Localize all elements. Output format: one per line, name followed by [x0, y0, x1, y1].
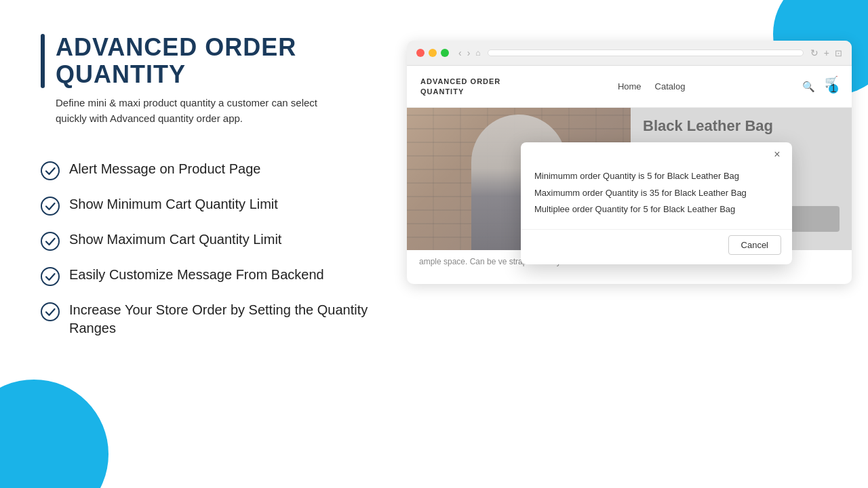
- nav-link-home[interactable]: Home: [618, 81, 642, 92]
- cart-badge: 1: [829, 84, 838, 94]
- dot-maximize[interactable]: [441, 49, 449, 57]
- reload-button[interactable]: ↻: [810, 47, 818, 58]
- modal-header: ×: [521, 142, 792, 164]
- browser-nav-controls: ‹ › ⌂: [458, 47, 481, 58]
- search-icon[interactable]: 🔍: [802, 81, 815, 93]
- back-button[interactable]: ‹: [458, 47, 462, 58]
- check-icon-1: [41, 161, 60, 180]
- feature-item-4: Easily Customize Message From Backend: [41, 266, 380, 286]
- modal-footer: Cancel: [521, 229, 792, 264]
- feature-item-1: Alert Message on Product Page: [41, 160, 380, 180]
- modal-overlay: × Minimumm order Quantity is 5 for Black…: [407, 108, 852, 250]
- dot-minimize[interactable]: [429, 49, 437, 57]
- product-area: Black Leather Bag Rs.30.00 Quantity 4 ×: [407, 108, 852, 250]
- svg-point-3: [41, 268, 59, 285]
- address-bar[interactable]: [488, 49, 804, 56]
- modal-message-line3: Multiplee order Quantity for 5 for Black…: [534, 201, 778, 218]
- check-icon-2: [41, 197, 60, 216]
- store-nav-links: Home Catalog: [618, 81, 686, 92]
- dot-close[interactable]: [416, 49, 425, 57]
- home-button[interactable]: ⌂: [475, 48, 480, 58]
- right-panel: ‹ › ⌂ ↻ + ⊡ ADVANCED ORDER QUANTITY: [407, 34, 852, 461]
- feature-text-4: Easily Customize Message From Backend: [69, 266, 324, 284]
- store-navigation: ADVANCED ORDER QUANTITY Home Catalog 🔍 🛒…: [407, 66, 852, 108]
- modal-body: Minimumm order Quantity is 5 for Black L…: [521, 164, 792, 229]
- check-icon-3: [41, 232, 60, 251]
- store-nav-icons: 🔍 🛒 1: [802, 75, 838, 98]
- feature-item-3: Show Maximum Cart Quantity Limit: [41, 230, 380, 251]
- modal-message-line2: Maximumm order Quantity is 35 for Black …: [534, 185, 778, 202]
- main-content: ADVANCED ORDER QUANTITY Define mini & ma…: [0, 0, 868, 488]
- page-subtitle: Define mini & maxi product quantity a cu…: [56, 96, 340, 126]
- store-logo-line2: QUANTITY: [420, 87, 500, 96]
- feature-item-5: Increase Your Store Order by Setting the…: [41, 301, 380, 338]
- features-list: Alert Message on Product Page Show Minim…: [41, 160, 380, 338]
- store-logo: ADVANCED ORDER QUANTITY: [420, 77, 500, 96]
- feature-text-1: Alert Message on Product Page: [69, 160, 260, 178]
- nav-link-catalog[interactable]: Catalog: [655, 81, 686, 92]
- svg-point-4: [41, 303, 59, 321]
- svg-point-2: [41, 232, 59, 250]
- title-block: ADVANCED ORDER QUANTITY Define mini & ma…: [41, 34, 380, 126]
- modal-box: × Minimumm order Quantity is 5 for Black…: [521, 142, 792, 264]
- title-border-accent: [41, 34, 45, 88]
- feature-text-5: Increase Your Store Order by Setting the…: [69, 301, 380, 338]
- svg-point-0: [41, 162, 59, 180]
- store-content: ADVANCED ORDER QUANTITY Home Catalog 🔍 🛒…: [407, 66, 852, 284]
- feature-text-3: Show Maximum Cart Quantity Limit: [69, 230, 281, 249]
- modal-messages: Minimumm order Quantity is 5 for Black L…: [534, 168, 778, 218]
- feature-item-2: Show Minimum Cart Quantity Limit: [41, 195, 380, 216]
- page-title: ADVANCED ORDER QUANTITY: [56, 34, 380, 87]
- check-icon-4: [41, 267, 60, 286]
- store-logo-line1: ADVANCED ORDER: [420, 77, 500, 86]
- browser-action-buttons: ↻ + ⊡: [810, 47, 842, 58]
- modal-message-line1: Minimumm order Quantity is 5 for Black L…: [534, 168, 778, 185]
- modal-close-button[interactable]: ×: [770, 148, 784, 161]
- new-tab-button[interactable]: +: [824, 47, 829, 58]
- cart-icon[interactable]: 🛒 1: [825, 75, 838, 98]
- check-icon-5: [41, 302, 60, 321]
- share-button[interactable]: ⊡: [835, 48, 842, 58]
- feature-text-2: Show Minimum Cart Quantity Limit: [69, 195, 278, 214]
- svg-point-1: [41, 197, 59, 215]
- forward-button[interactable]: ›: [467, 47, 471, 58]
- browser-window: ‹ › ⌂ ↻ + ⊡ ADVANCED ORDER QUANTITY: [407, 41, 852, 284]
- browser-traffic-lights: [416, 49, 449, 57]
- browser-toolbar: ‹ › ⌂ ↻ + ⊡: [407, 41, 852, 66]
- left-panel: ADVANCED ORDER QUANTITY Define mini & ma…: [41, 34, 380, 461]
- modal-cancel-button[interactable]: Cancel: [728, 235, 781, 255]
- title-text-block: ADVANCED ORDER QUANTITY Define mini & ma…: [56, 34, 380, 126]
